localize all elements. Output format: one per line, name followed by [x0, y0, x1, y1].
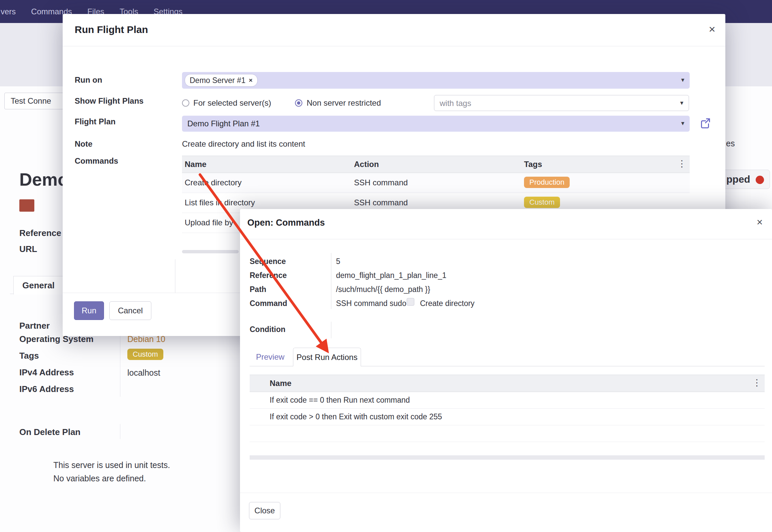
column-header-action[interactable]: Action — [354, 160, 379, 169]
ipv6-label: IPv6 Address — [19, 384, 74, 394]
column-header-tags[interactable]: Tags — [524, 160, 542, 169]
field-separator — [331, 322, 331, 338]
with-tags-select[interactable]: with tags ▾ — [434, 95, 689, 111]
tab-preview[interactable]: Preview — [256, 352, 284, 362]
kebab-icon[interactable]: ⋮ — [752, 378, 761, 387]
modal-title: Run Flight Plan — [75, 24, 148, 35]
modal-footer-divider — [240, 493, 772, 493]
reference-label: Reference — [19, 228, 61, 238]
table-row[interactable]: Create directory SSH command Production — [182, 173, 690, 193]
horizontal-scrollbar[interactable] — [182, 250, 239, 253]
status-badge-label: pped — [726, 174, 750, 185]
radio-for-selected-servers[interactable] — [182, 99, 189, 107]
field-separator — [120, 424, 120, 439]
table-row[interactable]: If exit code == 0 then Run next command — [250, 392, 765, 409]
tab-post-run-actions-label: Post Run Actions — [297, 353, 358, 362]
tab-general[interactable]: General — [13, 276, 64, 295]
commands-label: Commands — [75, 156, 118, 166]
column-header-name[interactable]: Name — [185, 160, 206, 169]
open-commands-modal: Open: Commands × Sequence 5 Reference de… — [240, 209, 772, 532]
flight-plan-select[interactable]: Demo Flight Plan #1 ▾ — [182, 116, 690, 132]
close-button[interactable]: Close — [249, 502, 280, 519]
tags-label: Tags — [19, 351, 39, 361]
color-swatch[interactable] — [19, 199, 34, 212]
tag-badge-custom: Custom — [524, 197, 560, 208]
chevron-down-icon[interactable]: ▾ — [681, 77, 684, 83]
kebab-icon[interactable]: ⋮ — [677, 159, 686, 168]
flight-plan-label: Flight Plan — [75, 117, 116, 126]
partner-label: Partner — [19, 321, 50, 331]
tag-badge-custom[interactable]: Custom — [127, 349, 163, 360]
field-separator — [175, 259, 175, 293]
post-run-actions-table: Name ⋮ If exit code == 0 then Run next c… — [250, 375, 765, 442]
note-value: Create directory and list its content — [182, 139, 305, 149]
modal-header — [63, 14, 725, 46]
chip-remove-icon[interactable]: × — [249, 77, 252, 84]
ipv4-value: localhost — [127, 368, 160, 378]
cell-name: List files in directory — [185, 198, 255, 207]
condition-label: Condition — [250, 325, 285, 334]
table-row[interactable] — [250, 425, 765, 442]
create-directory-link[interactable]: Create directory — [420, 299, 475, 308]
ipv4-label: IPv4 Address — [19, 367, 74, 378]
status-dot — [756, 176, 764, 184]
modal-title: Open: Commands — [247, 218, 325, 228]
path-label: Path — [250, 285, 266, 294]
run-on-label: Run on — [75, 75, 102, 85]
cell-name: Create directory — [185, 178, 242, 187]
sequence-value: 5 — [336, 257, 340, 266]
table-row[interactable]: If exit code > 0 then Exit with custom e… — [250, 409, 765, 425]
cell-action: SSH command — [354, 198, 408, 207]
flight-plan-value: Demo Flight Plan #1 — [187, 119, 260, 128]
reference-value: demo_flight_plan_1_plan_line_1 — [336, 271, 446, 280]
server-chip[interactable]: Demo Server #1 × — [185, 74, 258, 87]
external-link-icon[interactable] — [699, 117, 711, 129]
field-separator — [331, 253, 331, 309]
on-delete-plan-label: On Delete Plan — [19, 427, 81, 437]
cell-action: SSH command — [354, 178, 408, 187]
app-screen: vers Commands Files Tools Settings Test … — [0, 0, 772, 532]
radio-non-server-restricted[interactable] — [295, 99, 302, 107]
show-flight-plans-label: Show Flight Plans — [75, 96, 144, 106]
horizontal-scrollbar[interactable] — [250, 455, 765, 460]
unit-test-note: This server is used in unit tests. — [53, 460, 170, 470]
tab-post-run-actions[interactable]: Post Run Actions — [293, 348, 361, 366]
with-tags-placeholder: with tags — [440, 99, 471, 108]
chevron-down-icon[interactable]: ▾ — [681, 120, 684, 126]
path-value: /such/much/{{ demo_path }} — [336, 285, 430, 294]
sequence-label: Sequence — [250, 257, 286, 266]
cell-name: Upload file by — [185, 218, 233, 227]
server-chip-label: Demo Server #1 — [190, 76, 245, 85]
partial-text: es — [726, 139, 735, 148]
table-header-row: Name ⋮ — [250, 375, 765, 392]
server-title: Demo — [19, 169, 68, 190]
run-button[interactable]: Run — [74, 301, 104, 320]
close-icon[interactable]: × — [757, 217, 763, 227]
table-header-row: Name Action Tags ⋮ — [182, 156, 690, 173]
cancel-button[interactable]: Cancel — [109, 301, 151, 320]
note-label: Note — [75, 139, 92, 149]
cell-name: If exit code == 0 then Run next command — [270, 396, 410, 405]
column-header-name[interactable]: Name — [270, 379, 291, 388]
chevron-down-icon[interactable]: ▾ — [680, 100, 683, 106]
nav-item-servers[interactable]: vers — [1, 7, 16, 16]
reference-label: Reference — [250, 271, 287, 280]
variables-note: No variables are defined. — [53, 474, 146, 483]
create-directory-checkbox[interactable] — [407, 298, 414, 306]
command-label: Command — [250, 299, 287, 308]
cell-name: If exit code > 0 then Exit with custom e… — [270, 412, 442, 421]
close-icon[interactable]: × — [709, 23, 715, 35]
radio-for-selected-servers-label[interactable]: For selected server(s) — [193, 98, 271, 108]
command-value: SSH command sudo — [336, 299, 406, 308]
run-on-field[interactable]: Demo Server #1 × ▾ — [182, 72, 690, 89]
tag-badge-production: Production — [524, 177, 570, 188]
url-label: URL — [19, 244, 37, 254]
radio-non-server-restricted-label[interactable]: Non server restricted — [307, 98, 381, 108]
